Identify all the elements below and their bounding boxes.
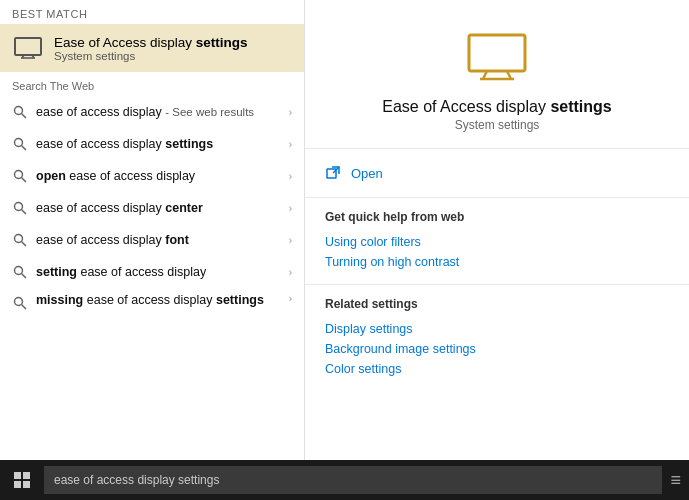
svg-rect-27 — [23, 481, 30, 488]
svg-line-13 — [22, 242, 27, 247]
search-item-settings[interactable]: ease of access display settings › — [0, 128, 304, 160]
svg-line-11 — [22, 210, 27, 215]
svg-line-5 — [22, 114, 27, 119]
search-item-text-5: ease of access display font — [36, 233, 281, 247]
chevron-icon-1: › — [289, 107, 292, 118]
svg-rect-0 — [15, 38, 41, 55]
search-icon-7 — [12, 295, 28, 311]
search-icon-5 — [12, 232, 28, 248]
svg-rect-24 — [14, 472, 21, 479]
taskbar: ≡ — [0, 460, 689, 500]
svg-point-8 — [15, 171, 23, 179]
search-item-web-result[interactable]: ease of access display - See web results… — [0, 96, 304, 128]
related-link-background[interactable]: Background image settings — [325, 339, 669, 359]
svg-point-12 — [15, 235, 23, 243]
svg-point-6 — [15, 139, 23, 147]
best-match-item[interactable]: Ease of Access display settings System s… — [0, 24, 304, 72]
search-item-text-7: missing ease of access display settings — [36, 293, 281, 307]
svg-point-10 — [15, 203, 23, 211]
open-button[interactable]: Open — [325, 157, 669, 189]
svg-rect-18 — [469, 35, 525, 71]
right-header: Ease of Access display settings System s… — [305, 0, 689, 149]
open-icon — [325, 165, 341, 181]
app-title: Ease of Access display settings — [382, 98, 611, 116]
right-panel: Ease of Access display settings System s… — [305, 0, 689, 460]
search-item-font[interactable]: ease of access display font › — [0, 224, 304, 256]
search-the-web-label: Search the web — [0, 72, 304, 96]
taskbar-right-icons: ≡ — [670, 470, 681, 491]
app-subtitle: System settings — [455, 118, 540, 132]
best-match-label: Best match — [0, 0, 304, 24]
chevron-icon-7: › — [289, 293, 292, 304]
search-item-open[interactable]: open ease of access display › — [0, 160, 304, 192]
svg-line-17 — [22, 305, 27, 310]
svg-point-14 — [15, 267, 23, 275]
search-icon-3 — [12, 168, 28, 184]
search-item-text-1: ease of access display - See web results — [36, 105, 281, 119]
related-section: Related settings Display settings Backgr… — [305, 285, 689, 391]
best-match-title: Ease of Access display settings — [54, 35, 248, 50]
svg-rect-25 — [23, 472, 30, 479]
search-item-center[interactable]: ease of access display center › — [0, 192, 304, 224]
search-item-missing[interactable]: missing ease of access display settings … — [0, 288, 304, 328]
app-monitor-icon — [467, 28, 527, 88]
monitor-icon — [12, 32, 44, 64]
quick-help-title: Get quick help from web — [325, 210, 669, 224]
search-item-text-2: ease of access display settings — [36, 137, 281, 151]
chevron-icon-5: › — [289, 235, 292, 246]
help-link-color-filters[interactable]: Using color filters — [325, 232, 669, 252]
svg-line-9 — [22, 178, 27, 183]
taskbar-search-input[interactable] — [44, 466, 662, 494]
search-item-text-6: setting ease of access display — [36, 265, 281, 279]
action-section: Open — [305, 149, 689, 198]
best-match-text: Ease of Access display settings System s… — [54, 35, 248, 62]
svg-point-4 — [15, 107, 23, 115]
search-icon-4 — [12, 200, 28, 216]
related-link-display[interactable]: Display settings — [325, 319, 669, 339]
svg-rect-26 — [14, 481, 21, 488]
chevron-icon-6: › — [289, 267, 292, 278]
chevron-icon-2: › — [289, 139, 292, 150]
chevron-icon-3: › — [289, 171, 292, 182]
search-icon-6 — [12, 264, 28, 280]
svg-line-7 — [22, 146, 27, 151]
search-icon-2 — [12, 136, 28, 152]
action-center-icon[interactable]: ≡ — [670, 470, 681, 490]
start-button[interactable] — [8, 466, 36, 494]
best-match-subtitle: System settings — [54, 50, 248, 62]
help-link-high-contrast[interactable]: Turning on high contrast — [325, 252, 669, 272]
search-item-text-3: open ease of access display — [36, 169, 281, 183]
search-item-text-4: ease of access display center — [36, 201, 281, 215]
svg-point-16 — [15, 298, 23, 306]
svg-line-15 — [22, 274, 27, 279]
related-title: Related settings — [325, 297, 669, 311]
main-container: Best match Ease of Access display settin… — [0, 0, 689, 460]
search-item-setting[interactable]: setting ease of access display › — [0, 256, 304, 288]
related-link-color[interactable]: Color settings — [325, 359, 669, 379]
quick-help-section: Get quick help from web Using color filt… — [305, 198, 689, 285]
search-icon-1 — [12, 104, 28, 120]
chevron-icon-4: › — [289, 203, 292, 214]
left-panel: Best match Ease of Access display settin… — [0, 0, 305, 460]
open-label: Open — [351, 166, 383, 181]
